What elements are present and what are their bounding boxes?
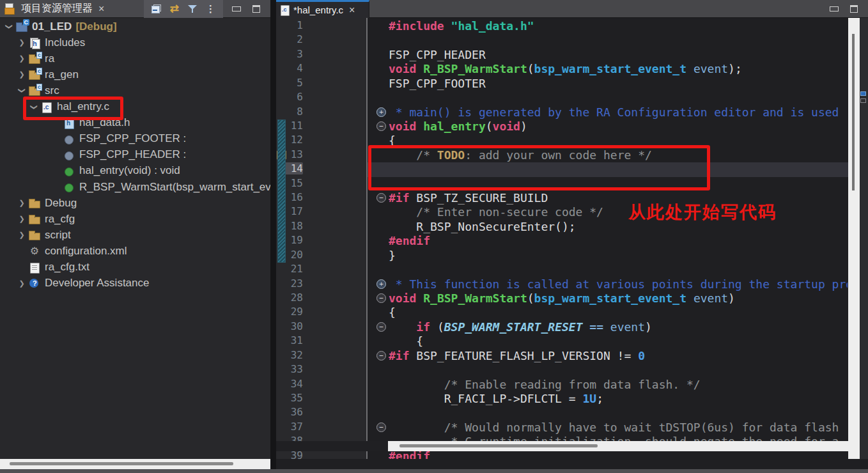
- line-number[interactable]: 36: [277, 406, 303, 418]
- code-line-4[interactable]: 4void R_BSP_WarmStart(bsp_warm_start_eve…: [276, 62, 868, 76]
- code-line-37[interactable]: 37− /* Would normally have to wait tDSTO…: [276, 421, 868, 435]
- overview-mark-gray[interactable]: [860, 98, 866, 103]
- line-number[interactable]: 4: [277, 62, 303, 74]
- code-line-8[interactable]: 8+ * main() is generated by the RA Confi…: [276, 105, 868, 120]
- code-line-28[interactable]: 28−void R_BSP_WarmStart(bsp_warm_start_e…: [276, 291, 868, 306]
- fold-expand-icon[interactable]: +: [376, 279, 386, 289]
- code-line-17[interactable]: 17 /* Enter non-secure code */: [276, 205, 868, 219]
- fold-collapse-icon[interactable]: −: [376, 351, 386, 361]
- fold-collapse-icon[interactable]: −: [376, 121, 386, 131]
- minimize-view-button[interactable]: [232, 6, 241, 12]
- editor-vscrollbar-thumb[interactable]: [852, 34, 855, 190]
- chevron-expanded-icon[interactable]: ❯: [5, 22, 13, 32]
- view-menu-button[interactable]: ⋮: [206, 4, 215, 13]
- code-line-33[interactable]: 33: [276, 363, 868, 377]
- tree-item-script[interactable]: ❯script: [0, 227, 270, 243]
- chevron-expanded-icon[interactable]: ❯: [18, 86, 26, 96]
- chevron-collapsed-icon[interactable]: ❯: [17, 199, 27, 207]
- tree-item-ra-cfg-txt[interactable]: ra_cfg.txt: [0, 260, 270, 275]
- line-number[interactable]: 32: [277, 349, 303, 361]
- line-number[interactable]: 37: [277, 421, 303, 433]
- chevron-collapsed-icon[interactable]: ❯: [17, 215, 27, 223]
- tree-item-r-bsp-warmstart-bsp-warm-start-event-t[interactable]: R_BSP_WarmStart(bsp_warm_start_event_t): [0, 179, 270, 195]
- line-number[interactable]: 2: [277, 33, 303, 45]
- code-line-14[interactable]: 14: [276, 162, 868, 176]
- code-line-19[interactable]: 19#endif: [276, 234, 868, 248]
- collapse-all-button[interactable]: [151, 4, 161, 13]
- line-number[interactable]: 3: [277, 48, 303, 60]
- maximize-view-button[interactable]: [252, 5, 260, 13]
- overview-mark-blue[interactable]: [860, 91, 866, 96]
- tree-item-configuration-xml[interactable]: ⚙configuration.xml: [0, 243, 270, 259]
- code-line-12[interactable]: 12{: [276, 134, 868, 148]
- chevron-collapsed-icon[interactable]: ❯: [17, 70, 27, 79]
- fold-collapse-icon[interactable]: −: [376, 322, 386, 332]
- explorer-hscrollbar[interactable]: [0, 459, 270, 469]
- tree-item-hal-entry-void-void[interactable]: hal_entry(void) : void: [0, 163, 270, 179]
- tree-item-hal-entry-c[interactable]: ❯.chal_entry.c: [0, 99, 270, 115]
- fold-collapse-icon[interactable]: −: [376, 193, 386, 203]
- chevron-collapsed-icon[interactable]: ❯: [17, 54, 27, 63]
- fold-collapse-icon[interactable]: −: [376, 423, 386, 432]
- code-line-32[interactable]: 32−#if BSP_FEATURE_FLASH_LP_VERSION != 0: [276, 349, 868, 363]
- tree-item-fsp-cpp-header[interactable]: FSP_CPP_HEADER :: [0, 147, 270, 163]
- line-number[interactable]: 6: [277, 91, 303, 103]
- line-number[interactable]: 33: [277, 363, 303, 375]
- tree-item-fsp-cpp-footer[interactable]: FSP_CPP_FOOTER :: [0, 131, 270, 147]
- line-number[interactable]: 8: [277, 105, 303, 118]
- explorer-hscrollbar-thumb[interactable]: [10, 462, 233, 465]
- tree-item-developer-assistance[interactable]: ❯?Developer Assistance: [0, 275, 270, 291]
- editor-hscrollbar-thumb[interactable]: [399, 444, 598, 447]
- code-line-11[interactable]: 11−void hal_entry(void): [276, 120, 868, 134]
- chevron-collapsed-icon[interactable]: ❯: [17, 279, 27, 288]
- tree-item-ra-cfg[interactable]: ❯ra_cfg: [0, 211, 270, 227]
- code-line-21[interactable]: 21: [276, 263, 868, 277]
- code-line-2[interactable]: 2: [276, 33, 868, 47]
- tree-item-ra-gen[interactable]: ❯cra_gen: [0, 66, 270, 82]
- tree-item-debug[interactable]: ❯Debug: [0, 195, 270, 211]
- code-line-1[interactable]: 1#include "hal_data.h": [276, 19, 868, 33]
- project-explorer-close-icon[interactable]: ×: [98, 3, 104, 15]
- editor-vscrollbar[interactable]: [848, 18, 860, 459]
- editor-hscrollbar[interactable]: [388, 441, 860, 451]
- code-line-20[interactable]: 20}: [276, 249, 868, 263]
- code-line-29[interactable]: 29{: [276, 306, 868, 320]
- line-number[interactable]: 28: [277, 291, 303, 304]
- line-number[interactable]: 30: [277, 320, 303, 332]
- line-number[interactable]: 1: [277, 19, 303, 31]
- code-line-15[interactable]: 15: [276, 177, 868, 191]
- code-line-35[interactable]: 35 R_FACI_LP->DFLCTL = 1U;: [276, 392, 868, 406]
- line-number[interactable]: 34: [277, 378, 303, 390]
- line-number[interactable]: 21: [277, 263, 303, 275]
- line-number[interactable]: 29: [277, 306, 303, 318]
- tree-item-src[interactable]: ❯csrc: [0, 82, 270, 98]
- tree-item-includes[interactable]: ❯hIncludes: [0, 35, 270, 50]
- fold-expand-icon[interactable]: +: [376, 107, 386, 117]
- tree-item-01-led[interactable]: ❯C01_LED[Debug]: [0, 19, 270, 35]
- code-line-23[interactable]: 23+ * This function is called at various…: [276, 277, 868, 291]
- chevron-collapsed-icon[interactable]: ❯: [17, 231, 27, 239]
- tree-item-ra[interactable]: ❯cra: [0, 50, 270, 66]
- tab-close-icon[interactable]: ×: [349, 4, 355, 16]
- code-line-3[interactable]: 3FSP_CPP_HEADER: [276, 48, 868, 62]
- minimize-editor-button[interactable]: [830, 6, 839, 12]
- maximize-editor-button[interactable]: [850, 5, 858, 13]
- code-line-6[interactable]: 6: [276, 91, 868, 105]
- line-number[interactable]: 35: [277, 392, 303, 404]
- code-editor[interactable]: 1#include "hal_data.h"23FSP_CPP_HEADER4v…: [276, 18, 868, 459]
- code-line-36[interactable]: 36: [276, 406, 868, 420]
- code-line-34[interactable]: 34 /* Enable reading from data flash. */: [276, 378, 868, 392]
- code-line-13[interactable]: 13✓ /* TODO: add your own code here */: [276, 148, 868, 162]
- panel-sash[interactable]: [270, 0, 276, 473]
- code-line-18[interactable]: 18 R_BSP_NonSecureEnter();: [276, 220, 868, 234]
- line-number[interactable]: 31: [277, 334, 303, 346]
- code-line-31[interactable]: 31 {: [276, 334, 868, 348]
- tree-item-hal-data-h[interactable]: hhal_data.h: [0, 115, 270, 131]
- chevron-collapsed-icon[interactable]: ❯: [17, 38, 27, 47]
- code-line-30[interactable]: 30− if (BSP_WARM_START_RESET == event): [276, 320, 868, 334]
- link-with-editor-button[interactable]: ⇄: [170, 4, 179, 13]
- code-line-16[interactable]: 16−#if BSP_TZ_SECURE_BUILD: [276, 191, 868, 205]
- chevron-expanded-icon[interactable]: ❯: [30, 102, 38, 112]
- line-number[interactable]: 23: [277, 277, 303, 290]
- line-number[interactable]: 5: [277, 77, 303, 89]
